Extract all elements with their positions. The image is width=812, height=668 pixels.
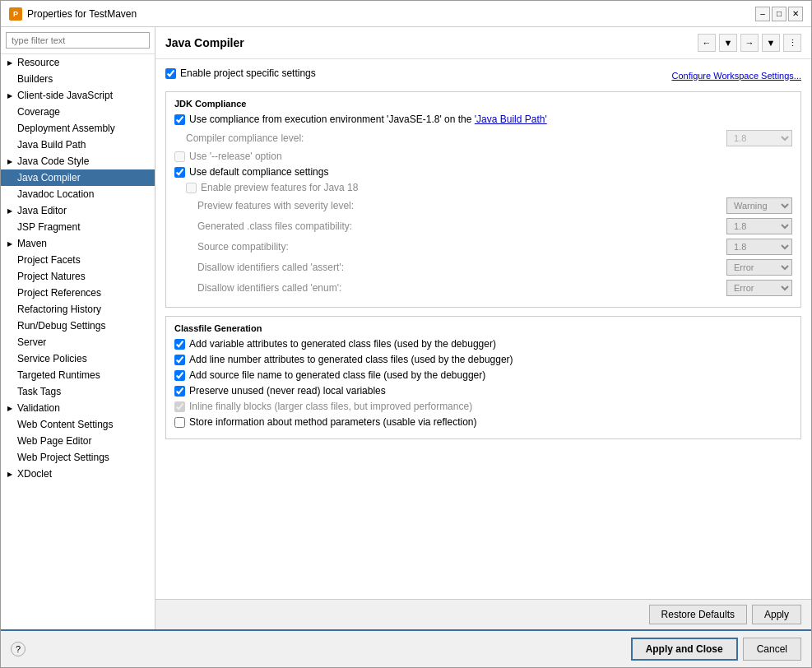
sidebar-item-server[interactable]: Server bbox=[1, 334, 155, 350]
add-source-file-checkbox[interactable] bbox=[174, 370, 185, 381]
minimize-button[interactable]: – bbox=[755, 7, 770, 21]
sidebar-item-maven[interactable]: Maven bbox=[1, 235, 155, 252]
disallow-assert-row: Disallow identifiers called 'assert': Er… bbox=[186, 259, 792, 276]
sidebar-item-run-debug[interactable]: Run/Debug Settings bbox=[1, 318, 155, 334]
add-line-number-label[interactable]: Add line number attributes to generated … bbox=[189, 354, 513, 365]
inline-finally-row: Inline finally blocks (larger class file… bbox=[174, 401, 792, 412]
filter-box bbox=[1, 27, 155, 54]
java-build-path-link[interactable]: 'Java Build Path' bbox=[475, 114, 547, 125]
sidebar-item-refactoring-history[interactable]: Refactoring History bbox=[1, 301, 155, 318]
use-default-compliance-checkbox[interactable] bbox=[174, 167, 185, 178]
window-title: Properties for TestMaven bbox=[27, 8, 137, 20]
main-content: Resource Builders Client-side JavaScript… bbox=[1, 27, 811, 629]
preview-severity-row: Preview features with severity level: Wa… bbox=[186, 197, 792, 214]
add-variable-checkbox[interactable] bbox=[174, 339, 185, 350]
sidebar-item-web-content-settings[interactable]: Web Content Settings bbox=[1, 416, 155, 433]
sidebar-item-java-editor[interactable]: Java Editor bbox=[1, 202, 155, 219]
inline-finally-label[interactable]: Inline finally blocks (larger class file… bbox=[189, 401, 472, 412]
enable-specific-settings-row: Enable project specific settings bbox=[165, 67, 316, 79]
title-bar: P Properties for TestMaven – □ ✕ bbox=[1, 1, 811, 27]
sidebar-item-xdoclet[interactable]: XDoclet bbox=[1, 466, 155, 482]
sidebar-item-javadoc-location[interactable]: Javadoc Location bbox=[1, 186, 155, 202]
main-window: P Properties for TestMaven – □ ✕ Resourc… bbox=[0, 0, 812, 668]
forward-button[interactable]: → bbox=[740, 34, 759, 52]
jdk-section-title: JDK Compliance bbox=[174, 99, 792, 109]
sidebar-item-task-tags[interactable]: Task Tags bbox=[1, 383, 155, 400]
disallow-assert-dropdown[interactable]: Error Warning Info bbox=[726, 259, 792, 276]
restore-defaults-button[interactable]: Restore Defaults bbox=[649, 605, 747, 624]
use-compliance-text: Use compliance from execution environmen… bbox=[189, 114, 475, 125]
use-release-label[interactable]: Use '--release' option bbox=[189, 151, 282, 162]
enable-specific-checkbox[interactable] bbox=[165, 68, 176, 79]
toolbar-dropdown2[interactable]: ▼ bbox=[762, 34, 780, 52]
configure-workspace-link[interactable]: Configure Workspace Settings... bbox=[671, 71, 801, 81]
app-icon: P bbox=[9, 7, 22, 21]
generated-class-dropdown[interactable]: 1.8 1.7 1.6 bbox=[726, 218, 792, 234]
sidebar-item-service-policies[interactable]: Service Policies bbox=[1, 350, 155, 367]
jdk-compliance-section: JDK Compliance Use compliance from execu… bbox=[165, 91, 801, 308]
enable-preview-checkbox[interactable] bbox=[186, 183, 197, 193]
sidebar-item-coverage[interactable]: Coverage bbox=[1, 104, 155, 120]
panel-header: Java Compiler ← ▼ → ▼ ⋮ bbox=[155, 27, 811, 59]
sidebar-item-java-build-path[interactable]: Java Build Path bbox=[1, 137, 155, 153]
sidebar-item-validation[interactable]: Validation bbox=[1, 400, 155, 416]
sidebar-item-java-code-style[interactable]: Java Code Style bbox=[1, 153, 155, 169]
cancel-button[interactable]: Cancel bbox=[743, 638, 801, 661]
filter-input[interactable] bbox=[6, 32, 150, 49]
apply-and-close-button[interactable]: Apply and Close bbox=[631, 638, 738, 661]
right-panel: Java Compiler ← ▼ → ▼ ⋮ Enable project s… bbox=[155, 27, 811, 629]
use-compliance-row: Use compliance from execution environmen… bbox=[174, 114, 792, 125]
back-button[interactable]: ← bbox=[698, 34, 716, 52]
use-default-compliance-label[interactable]: Use default compliance settings bbox=[189, 166, 328, 178]
sidebar-item-project-facets[interactable]: Project Facets bbox=[1, 252, 155, 268]
apply-button[interactable]: Apply bbox=[752, 605, 801, 624]
preserve-unused-checkbox[interactable] bbox=[174, 386, 185, 397]
maximize-button[interactable]: □ bbox=[772, 7, 786, 21]
add-variable-label[interactable]: Add variable attributes to generated cla… bbox=[189, 338, 496, 350]
enable-row: Enable project specific settings Configu… bbox=[165, 67, 801, 83]
sidebar-item-project-references[interactable]: Project References bbox=[1, 285, 155, 301]
panel-body: Enable project specific settings Configu… bbox=[155, 59, 811, 599]
help-icon[interactable]: ? bbox=[11, 642, 26, 656]
title-bar-left: P Properties for TestMaven bbox=[9, 7, 137, 21]
sidebar-item-jsp-fragment[interactable]: JSP Fragment bbox=[1, 219, 155, 235]
sidebar-item-project-natures[interactable]: Project Natures bbox=[1, 268, 155, 285]
sidebar: Resource Builders Client-side JavaScript… bbox=[1, 27, 155, 629]
use-release-checkbox[interactable] bbox=[174, 151, 185, 162]
sidebar-item-deployment-assembly[interactable]: Deployment Assembly bbox=[1, 120, 155, 137]
panel-title: Java Compiler bbox=[165, 36, 244, 49]
footer-bar: ? Apply and Close Cancel bbox=[1, 629, 811, 667]
disallow-enum-row: Disallow identifiers called 'enum': Erro… bbox=[186, 280, 792, 296]
add-line-number-row: Add line number attributes to generated … bbox=[174, 354, 792, 365]
add-source-file-row: Add source file name to generated class … bbox=[174, 369, 792, 381]
use-compliance-checkbox[interactable] bbox=[174, 114, 185, 125]
disallow-enum-dropdown[interactable]: Error Warning Info bbox=[726, 280, 792, 296]
add-source-file-label[interactable]: Add source file name to generated class … bbox=[189, 369, 485, 381]
sidebar-item-builders[interactable]: Builders bbox=[1, 71, 155, 87]
footer-buttons: Apply and Close Cancel bbox=[631, 638, 801, 661]
sidebar-item-web-page-editor[interactable]: Web Page Editor bbox=[1, 433, 155, 449]
add-line-number-checkbox[interactable] bbox=[174, 355, 185, 365]
indent-section: Enable preview features for Java 18 Prev… bbox=[174, 182, 792, 296]
sidebar-item-targeted-runtimes[interactable]: Targeted Runtimes bbox=[1, 367, 155, 383]
store-info-checkbox[interactable] bbox=[174, 417, 185, 428]
enable-preview-label[interactable]: Enable preview features for Java 18 bbox=[201, 182, 358, 193]
inline-finally-checkbox[interactable] bbox=[174, 401, 185, 412]
sidebar-item-java-compiler[interactable]: Java Compiler bbox=[1, 169, 155, 186]
preview-severity-dropdown[interactable]: Warning Error Info Ignore bbox=[726, 197, 792, 214]
sidebar-item-client-js[interactable]: Client-side JavaScript bbox=[1, 87, 155, 104]
use-compliance-label: Use compliance from execution environmen… bbox=[189, 114, 547, 125]
toolbar-menu[interactable]: ⋮ bbox=[783, 34, 801, 52]
sidebar-item-resource[interactable]: Resource bbox=[1, 54, 155, 71]
toolbar-dropdown1[interactable]: ▼ bbox=[719, 34, 737, 52]
sidebar-item-web-project-settings[interactable]: Web Project Settings bbox=[1, 449, 155, 466]
classfile-section-title: Classfile Generation bbox=[174, 323, 792, 333]
store-info-label[interactable]: Store information about method parameter… bbox=[189, 416, 477, 428]
generated-class-row: Generated .class files compatibility: 1.… bbox=[186, 218, 792, 234]
preserve-unused-label[interactable]: Preserve unused (never read) local varia… bbox=[189, 385, 386, 397]
generated-class-label: Generated .class files compatibility: bbox=[186, 220, 726, 232]
enable-specific-label[interactable]: Enable project specific settings bbox=[180, 67, 316, 79]
source-compat-dropdown[interactable]: 1.8 1.7 1.6 bbox=[726, 239, 792, 255]
close-button[interactable]: ✕ bbox=[788, 7, 803, 21]
compiler-compliance-dropdown[interactable]: 1.8 bbox=[726, 130, 792, 146]
